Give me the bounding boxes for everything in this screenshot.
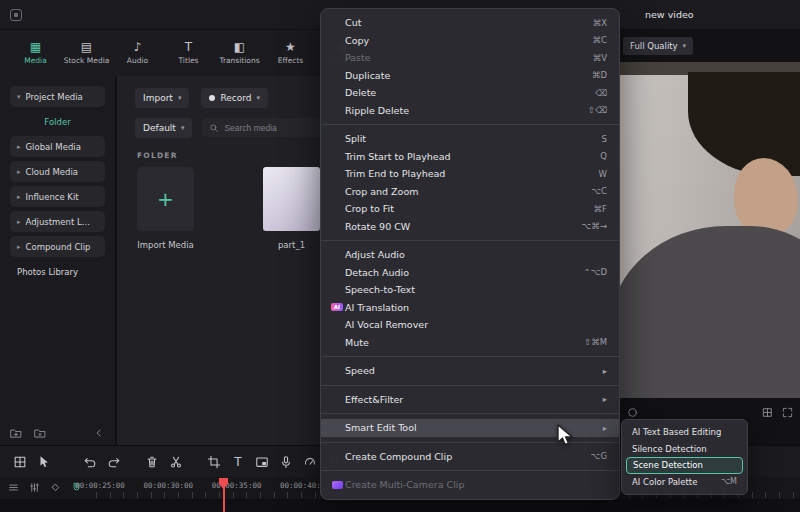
sidebar-item-global-media[interactable]: ▸Global Media (10, 136, 105, 157)
tab-transitions[interactable]: ◧Transitions (216, 33, 263, 73)
menu-item-label: Crop to Fit (345, 203, 584, 214)
redo-button[interactable] (102, 450, 126, 474)
menu-item-icon-slot (331, 169, 343, 179)
preview-controls-left (627, 407, 638, 418)
tab-stock-media[interactable]: ▤Stock Media (63, 33, 110, 73)
menu-item-create-multi-camera-clip[interactable]: Create Multi-Camera Clip (321, 476, 619, 494)
new-folder-button[interactable] (10, 427, 22, 439)
tab-media[interactable]: ▦Media (12, 33, 59, 73)
menu-item-label: Adjust Audio (345, 249, 597, 260)
menu-item-trim-start-to-playhead[interactable]: Trim Start to PlayheadQ (321, 148, 619, 166)
menu-item-paste[interactable]: Paste⌘V (321, 49, 619, 67)
menu-item-rotate-90-cw[interactable]: Rotate 90 CW⌥⌘→ (321, 218, 619, 236)
menu-item-ai-translation[interactable]: AIAI Translation (321, 299, 619, 317)
delete-folder-button[interactable] (34, 427, 46, 439)
menu-item-duplicate[interactable]: Duplicate⌘D (321, 67, 619, 85)
menu-item-delete[interactable]: Delete⌫ (321, 84, 619, 102)
select-tool-button[interactable] (32, 450, 56, 474)
crop-button[interactable] (202, 450, 226, 474)
tab-titles[interactable]: TTitles (165, 33, 212, 73)
clip-thumbnail[interactable] (263, 167, 320, 231)
menu-item-create-compound-clip[interactable]: Create Compound Clip⌥G (321, 448, 619, 466)
quality-dropdown-label: Full Quality (630, 41, 678, 51)
video-subject-shoulder (620, 226, 800, 398)
sidebar-item-photos-library[interactable]: Photos Library (10, 261, 105, 282)
voiceover-button[interactable] (274, 450, 298, 474)
timecode-label: 00:00:25:00 (75, 481, 125, 490)
sidebar-item-project-media[interactable]: ▾Project Media (10, 86, 105, 107)
menu-item-label: Detach Audio (345, 267, 574, 278)
menu-item-shortcut: ⌥C (591, 186, 607, 196)
track-options-button[interactable] (8, 482, 19, 493)
menu-item-ripple-delete[interactable]: Ripple Delete⇧⌫ (321, 102, 619, 120)
sort-dropdown[interactable]: Default (135, 118, 192, 138)
record-button[interactable]: Record (201, 88, 268, 108)
timeline-tracks[interactable] (0, 499, 800, 512)
menu-item-label: Speech-to-Text (345, 284, 597, 295)
split-button[interactable] (164, 450, 188, 474)
chevron-down-icon: ▾ (17, 93, 21, 101)
menu-item-label: Ripple Delete (345, 105, 578, 116)
menu-item-ai-vocal-remover[interactable]: AI Vocal Remover (321, 316, 619, 334)
sidebar-item-adjustment-l[interactable]: ▸Adjustment L... (10, 211, 105, 232)
menu-item-shortcut: Q (600, 151, 607, 161)
media-card-import-media: +Import Media (137, 167, 194, 250)
menu-item-label: Split (345, 133, 592, 144)
submenu-item-silence-detection[interactable]: Silence Detection (626, 441, 743, 458)
submenu-item-ai-text-based-editing[interactable]: AI Text Based Editing (626, 424, 743, 441)
menu-item-copy[interactable]: Copy⌘C (321, 32, 619, 50)
menu-item-shortcut: W (599, 169, 607, 179)
tab-audio[interactable]: ♪Audio (114, 33, 161, 73)
submenu-arrow-icon: ▸ (603, 366, 607, 376)
undo-button[interactable] (78, 450, 102, 474)
titles-icon: T (185, 41, 192, 53)
import-button[interactable]: Import (135, 88, 189, 108)
menu-item-icon-slot (331, 134, 343, 144)
search-input[interactable] (224, 123, 324, 133)
menu-item-split[interactable]: SplitS (321, 130, 619, 148)
multicam-icon (331, 480, 343, 490)
menu-item-shortcut: ⌘D (592, 70, 607, 80)
menu-item-cut[interactable]: Cut⌘X (321, 14, 619, 32)
sidebar-item-cloud-media[interactable]: ▸Cloud Media (10, 161, 105, 182)
sidebar-item-folder[interactable]: Folder (10, 111, 105, 132)
quality-dropdown[interactable]: Full Quality (623, 37, 693, 55)
menu-separator (321, 240, 619, 241)
menu-item-icon-slot (331, 394, 343, 404)
folder-section-label: FOLDER (137, 151, 178, 160)
keyframe-button[interactable] (50, 482, 61, 493)
menu-item-label: AI Translation (345, 302, 597, 313)
layout-tool-button[interactable] (8, 450, 32, 474)
tab-effects[interactable]: ★Effects (267, 33, 314, 73)
menu-separator (321, 385, 619, 386)
overlay-button[interactable] (250, 450, 274, 474)
import-media-card[interactable]: + (137, 167, 194, 231)
menu-item-crop-and-zoom[interactable]: Crop and Zoom⌥C (321, 183, 619, 201)
tab-label: Titles (179, 56, 199, 65)
menu-item-trim-end-to-playhead[interactable]: Trim End to PlayheadW (321, 165, 619, 183)
menu-item-mute[interactable]: Mute⇧⌘M (321, 334, 619, 352)
submenu-item-scene-detection[interactable]: Scene Detection (626, 457, 743, 474)
ai-badge-icon: AI (331, 302, 343, 312)
menu-item-effect-filter[interactable]: Effect&Filter▸ (321, 391, 619, 409)
menu-item-adjust-audio[interactable]: Adjust Audio (321, 246, 619, 264)
collapse-sidebar-button[interactable] (93, 427, 105, 439)
submenu-item-label: AI Color Palette (632, 477, 697, 487)
tab-label: Audio (127, 56, 148, 65)
speed-button[interactable] (298, 450, 322, 474)
preview-panel: Full Quality (620, 30, 800, 445)
menu-item-label: Paste (345, 52, 583, 63)
delete-button[interactable] (140, 450, 164, 474)
menu-item-detach-audio[interactable]: Detach Audio⌃⌥D (321, 264, 619, 282)
menu-item-shortcut: ⌘X (593, 18, 607, 28)
menu-item-label: Create Multi-Camera Clip (345, 479, 597, 490)
menu-item-speed[interactable]: Speed▸ (321, 362, 619, 380)
text-tool-button[interactable]: T (226, 450, 250, 474)
audio-mixer-button[interactable] (29, 482, 40, 493)
menu-item-speech-to-text[interactable]: Speech-to-Text (321, 281, 619, 299)
menu-item-crop-to-fit[interactable]: Crop to Fit⌘F (321, 200, 619, 218)
sidebar-item-influence-kit[interactable]: ▸Influence Kit (10, 186, 105, 207)
menu-item-shortcut: ⌘C (593, 35, 607, 45)
submenu-item-ai-color-palette[interactable]: AI Color Palette⌥M (626, 474, 743, 491)
sidebar-item-compound-clip[interactable]: ▸Compound Clip (10, 236, 105, 257)
